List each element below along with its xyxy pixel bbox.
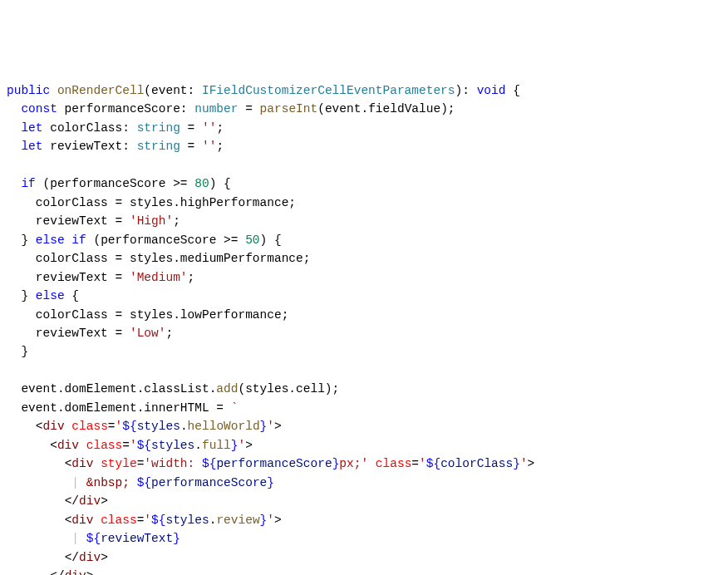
angle-open: </ (65, 551, 79, 564)
code-text: ; (216, 140, 224, 153)
number-50: 50 (245, 233, 259, 247)
html-tag-div: div (71, 514, 93, 527)
interp-styles: styles (137, 420, 180, 433)
code-text (93, 514, 101, 527)
interp-close: } (260, 514, 268, 527)
angle-close: > (86, 569, 94, 575)
interp-close: } (267, 476, 274, 489)
code-text (130, 476, 137, 489)
interp-close: } (231, 439, 239, 452)
interp-close: } (513, 457, 520, 470)
string-high: 'High' (130, 214, 173, 228)
quote: ' (267, 514, 274, 527)
quote: ' (144, 457, 151, 470)
function-onRenderCell: onRenderCell (57, 84, 144, 97)
interp-open: ${ (426, 457, 440, 470)
code-text: reviewText = (7, 271, 130, 284)
assignment-lowPerformance: colorClass = styles.lowPerformance; (7, 308, 288, 322)
interp-performanceScore: performanceScore (151, 476, 267, 489)
code-text: (performanceScore >= (36, 177, 194, 190)
code-text: : (180, 102, 194, 115)
code-text: (performanceScore >= (86, 233, 245, 247)
angle-close: > (528, 457, 535, 470)
code-text: = (238, 102, 259, 115)
quote: ' (361, 457, 368, 470)
angle-close: > (245, 439, 253, 452)
keyword-else: else (36, 289, 65, 302)
quote: ' (520, 457, 528, 470)
angle-close: > (274, 514, 282, 527)
code-text (7, 420, 36, 433)
interp-styles: styles (151, 439, 194, 452)
keyword-let: let (21, 121, 42, 135)
interp-close: } (173, 532, 180, 545)
interp-open: ${ (202, 457, 216, 470)
quote: ' (130, 439, 137, 452)
string-medium: 'Medium' (130, 271, 188, 284)
code-text (7, 532, 71, 545)
code-text (79, 439, 86, 452)
html-tag-div: div (43, 420, 65, 433)
html-attr-class: class (376, 457, 412, 470)
string-empty: '' (202, 140, 216, 153)
code-text: : (122, 121, 136, 135)
dot: . (194, 439, 202, 452)
method-add: add (216, 382, 238, 396)
code-text (79, 532, 86, 545)
function-parseInt: parseInt (260, 102, 318, 115)
code-text: ; (173, 214, 180, 228)
html-tag-div: div (79, 494, 101, 508)
brace-close: } (7, 345, 28, 358)
angle-open: </ (65, 494, 79, 508)
interp-open: ${ (137, 476, 151, 489)
code-text (7, 569, 50, 575)
code-text: ) (455, 84, 463, 97)
quote: ' (116, 420, 123, 433)
code-text (79, 476, 86, 489)
code-text (7, 551, 65, 564)
style-px-text: px; (339, 457, 361, 470)
interp-open: ${ (86, 532, 101, 545)
code-block: public onRenderCell(event: IFieldCustomi… (7, 81, 721, 575)
type-string: string (137, 140, 180, 153)
code-text: } (7, 233, 36, 247)
html-tag-div: div (71, 457, 93, 470)
code-text (7, 514, 65, 527)
code-text (7, 457, 65, 470)
code-text: ( (144, 84, 151, 97)
quote: ' (144, 514, 151, 527)
var-performanceScore: performanceScore (57, 102, 180, 115)
interp-open: ${ (151, 514, 165, 527)
code-text (50, 84, 57, 97)
interp-performanceScore: performanceScore (216, 457, 332, 470)
keyword-public: public (7, 84, 50, 97)
quote: ' (239, 439, 246, 452)
interp-open: ${ (137, 439, 151, 452)
html-attr-class: class (71, 420, 108, 433)
code-text: ; (216, 121, 224, 135)
keyword-if: if (71, 233, 86, 247)
code-text (368, 457, 376, 470)
code-text: (styles.cell); (238, 382, 339, 396)
eq: = (122, 439, 130, 452)
var-colorClass: colorClass (43, 121, 123, 135)
code-text: ; (165, 327, 173, 340)
interp-colorClass: colorClass (440, 457, 513, 470)
angle-open: < (36, 420, 43, 433)
html-attr-style: style (101, 457, 137, 470)
html-tag-div: div (79, 551, 101, 564)
angle-close: > (101, 551, 108, 564)
dot: . (180, 420, 188, 433)
code-text: = (180, 121, 202, 135)
type-number: number (194, 102, 238, 115)
angle-open: < (50, 439, 57, 452)
code-text: (event.fieldValue); (317, 102, 455, 115)
interp-review: review (216, 514, 259, 527)
html-entity-nbsp: &nbsp; (86, 476, 130, 489)
code-text: { (65, 289, 79, 302)
type-ieventparameters: IFieldCustomizerCellEventParameters (202, 84, 455, 97)
string-low: 'Low' (130, 327, 166, 340)
number-80: 80 (194, 177, 209, 190)
code-text: reviewText = (7, 327, 130, 340)
keyword-if: if (21, 177, 35, 190)
